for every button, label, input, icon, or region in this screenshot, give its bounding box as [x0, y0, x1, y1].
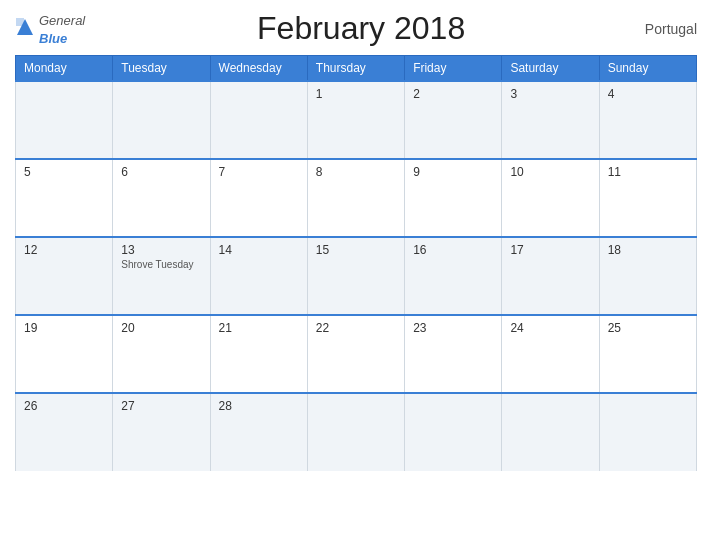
calendar-cell: 28: [210, 393, 307, 471]
calendar-cell: [307, 393, 404, 471]
logo-icon: [15, 17, 35, 41]
day-number: 5: [24, 165, 104, 179]
calendar-cell: [16, 81, 113, 159]
day-number: 6: [121, 165, 201, 179]
calendar-cell: 6: [113, 159, 210, 237]
day-number: 27: [121, 399, 201, 413]
week-row-3: 1213Shrove Tuesday1415161718: [16, 237, 697, 315]
day-number: 24: [510, 321, 590, 335]
calendar-cell: 8: [307, 159, 404, 237]
day-number: 21: [219, 321, 299, 335]
weekday-header-friday: Friday: [405, 56, 502, 82]
calendar-cell: 21: [210, 315, 307, 393]
calendar-cell: 9: [405, 159, 502, 237]
logo: General Blue: [15, 11, 85, 47]
day-number: 4: [608, 87, 688, 101]
calendar-cell: 27: [113, 393, 210, 471]
calendar-cell: 11: [599, 159, 696, 237]
weekday-header-thursday: Thursday: [307, 56, 404, 82]
calendar-cell: 25: [599, 315, 696, 393]
calendar-title: February 2018: [85, 10, 637, 47]
day-number: 11: [608, 165, 688, 179]
calendar-cell: 14: [210, 237, 307, 315]
calendar-cell: 10: [502, 159, 599, 237]
weekday-header-sunday: Sunday: [599, 56, 696, 82]
day-number: 2: [413, 87, 493, 101]
weekday-header-row: MondayTuesdayWednesdayThursdayFridaySatu…: [16, 56, 697, 82]
country-label: Portugal: [637, 21, 697, 37]
calendar-cell: 16: [405, 237, 502, 315]
week-row-4: 19202122232425: [16, 315, 697, 393]
day-number: 9: [413, 165, 493, 179]
week-row-1: 1234: [16, 81, 697, 159]
weekday-header-monday: Monday: [16, 56, 113, 82]
day-number: 1: [316, 87, 396, 101]
calendar-cell: 17: [502, 237, 599, 315]
calendar-cell: [210, 81, 307, 159]
calendar-cell: [405, 393, 502, 471]
day-number: 22: [316, 321, 396, 335]
calendar-header: General Blue February 2018 Portugal: [15, 10, 697, 47]
day-number: 8: [316, 165, 396, 179]
calendar-cell: 24: [502, 315, 599, 393]
calendar-cell: 19: [16, 315, 113, 393]
calendar-cell: 4: [599, 81, 696, 159]
calendar-cell: 26: [16, 393, 113, 471]
svg-rect-2: [16, 18, 24, 26]
day-number: 3: [510, 87, 590, 101]
day-number: 16: [413, 243, 493, 257]
logo-general: General Blue: [39, 11, 85, 47]
calendar-cell: 7: [210, 159, 307, 237]
day-number: 13: [121, 243, 201, 257]
calendar-cell: 15: [307, 237, 404, 315]
week-row-2: 567891011: [16, 159, 697, 237]
day-number: 23: [413, 321, 493, 335]
calendar-cell: 3: [502, 81, 599, 159]
weekday-header-tuesday: Tuesday: [113, 56, 210, 82]
calendar-cell: 20: [113, 315, 210, 393]
day-number: 12: [24, 243, 104, 257]
day-number: 15: [316, 243, 396, 257]
day-number: 17: [510, 243, 590, 257]
day-number: 10: [510, 165, 590, 179]
calendar-cell: 1: [307, 81, 404, 159]
day-number: 25: [608, 321, 688, 335]
calendar-cell: [599, 393, 696, 471]
day-number: 14: [219, 243, 299, 257]
calendar-grid: MondayTuesdayWednesdayThursdayFridaySatu…: [15, 55, 697, 471]
day-number: 19: [24, 321, 104, 335]
calendar-cell: 22: [307, 315, 404, 393]
day-number: 18: [608, 243, 688, 257]
calendar-cell: 5: [16, 159, 113, 237]
calendar-cell: [502, 393, 599, 471]
calendar-cell: [113, 81, 210, 159]
day-number: 26: [24, 399, 104, 413]
calendar-cell: 13Shrove Tuesday: [113, 237, 210, 315]
weekday-header-wednesday: Wednesday: [210, 56, 307, 82]
day-event: Shrove Tuesday: [121, 259, 201, 270]
calendar-container: General Blue February 2018 Portugal Mond…: [0, 0, 712, 550]
calendar-cell: 2: [405, 81, 502, 159]
weekday-header-saturday: Saturday: [502, 56, 599, 82]
calendar-cell: 12: [16, 237, 113, 315]
calendar-cell: 23: [405, 315, 502, 393]
day-number: 20: [121, 321, 201, 335]
calendar-cell: 18: [599, 237, 696, 315]
week-row-5: 262728: [16, 393, 697, 471]
day-number: 28: [219, 399, 299, 413]
day-number: 7: [219, 165, 299, 179]
